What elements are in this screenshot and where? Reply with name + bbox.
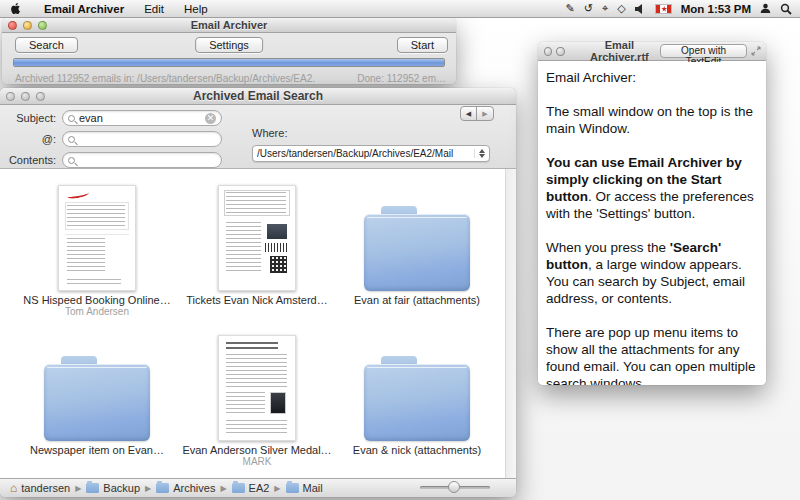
pen-icon[interactable]: ✎	[566, 2, 575, 15]
search-icon	[68, 157, 75, 164]
where-label: Where:	[252, 127, 287, 139]
where-popup[interactable]: /Users/tandersen/Backup/Archives/EA2/Mai…	[252, 145, 490, 162]
folder-icon	[232, 483, 245, 493]
paragraph: The small window on the top is the main …	[546, 103, 758, 137]
paragraph: There are pop up menu items to show all …	[546, 324, 758, 385]
email-address-input[interactable]	[62, 131, 222, 147]
icon-size-slider[interactable]	[420, 486, 490, 489]
folder-icon	[86, 483, 99, 493]
progress-fill	[14, 59, 444, 66]
document-thumbnail	[218, 335, 296, 441]
preview-window: Email Archiver.rtf Open with TextEdit Em…	[538, 42, 766, 385]
fullscreen-icon[interactable]	[751, 46, 761, 56]
window-title: Archived Email Search	[0, 89, 516, 103]
breadcrumb-separator-icon: ▶	[145, 484, 151, 493]
done-count-text: Done: 112952 em…	[357, 73, 446, 84]
keyboard-access-icon[interactable]: ⌖	[602, 2, 608, 15]
scrollbar[interactable]	[505, 169, 516, 478]
breadcrumb-label: EA2	[249, 482, 270, 494]
where-value: /Users/tandersen/Backup/Archives/EA2/Mai…	[257, 148, 474, 159]
thumbnail-box	[337, 329, 497, 441]
search-icon	[68, 136, 75, 143]
fast-user-switching-icon[interactable]	[760, 3, 771, 14]
paragraph: You can use Email Archiver by simply cli…	[546, 154, 758, 222]
breadcrumb-item-tandersen[interactable]: ⌂tandersen	[10, 482, 70, 494]
subject-label: Subject:	[4, 112, 56, 124]
breadcrumb-item-ea2[interactable]: EA2	[232, 482, 270, 494]
file-label: Tickets Evan Nick Amsterd…	[186, 294, 327, 306]
document-text: Email Archiver:The small window on the t…	[538, 62, 766, 385]
document-thumbnail	[218, 185, 296, 291]
thumbnail-box	[177, 179, 337, 291]
menu-edit[interactable]: Edit	[134, 3, 174, 15]
time-machine-icon[interactable]: ↺	[584, 2, 593, 15]
search-icon	[68, 115, 75, 122]
breadcrumb-separator-icon: ▶	[274, 484, 280, 493]
spotlight-icon[interactable]	[780, 3, 792, 15]
breadcrumb-separator-icon: ▶	[75, 484, 81, 493]
breadcrumb: ⌂tandersen▶Backup▶Archives▶EA2▶Mail	[10, 482, 323, 494]
preview-titlebar[interactable]: Email Archiver.rtf Open with TextEdit	[538, 42, 766, 61]
thumbnail-box	[17, 329, 177, 441]
subject-value: evan	[79, 112, 205, 124]
history-nav: ◀ ▶	[460, 106, 494, 121]
search-form: ◀ ▶ Subject: evan ✕ @: Contents:	[0, 105, 516, 169]
thumbnail-box	[17, 179, 177, 291]
close-button[interactable]	[544, 47, 552, 56]
breadcrumb-label: Archives	[173, 482, 215, 494]
breadcrumb-item-archives[interactable]: Archives	[156, 482, 215, 494]
action-button[interactable]	[556, 47, 564, 56]
popup-arrows-icon	[474, 149, 485, 158]
file-item[interactable]: NS Hispeed Booking Online…Tom Andersen	[17, 179, 177, 329]
subject-input[interactable]: evan ✕	[62, 110, 222, 126]
file-sublabel: Tom Andersen	[65, 306, 129, 317]
file-item[interactable]: Evan Anderson Silver Medal…MARK	[177, 329, 337, 479]
file-item[interactable]: Newspaper item on Evan…	[17, 329, 177, 479]
canada-flag-icon[interactable]	[655, 4, 672, 14]
start-button[interactable]: Start	[397, 37, 448, 53]
archived-email-search-window: Archived Email Search ◀ ▶ Subject: evan …	[0, 88, 516, 497]
file-item[interactable]: Tickets Evan Nick Amsterd…	[177, 179, 337, 329]
thumbnail-box	[337, 179, 497, 291]
path-bar: ⌂tandersen▶Backup▶Archives▶EA2▶Mail	[0, 478, 516, 497]
paragraph: Email Archiver:	[546, 69, 758, 86]
at-label: @:	[4, 133, 56, 145]
breadcrumb-label: Backup	[103, 482, 140, 494]
file-label: NS Hispeed Booking Online…	[23, 294, 170, 306]
file-label: Newspaper item on Evan…	[30, 444, 164, 456]
menu-clock[interactable]: Mon 1:53 PM	[681, 3, 751, 15]
search-window-titlebar[interactable]: Archived Email Search	[0, 88, 516, 105]
file-label: Evan Anderson Silver Medal…	[182, 444, 331, 456]
menu-help[interactable]: Help	[174, 3, 218, 15]
breadcrumb-item-backup[interactable]: Backup	[86, 482, 140, 494]
window-title: Email Archiver.rtf	[579, 39, 661, 63]
folder-icon	[156, 483, 169, 493]
slider-knob[interactable]	[448, 481, 460, 493]
breadcrumb-separator-icon: ▶	[220, 484, 226, 493]
archiver-titlebar[interactable]: Email Archiver	[2, 18, 456, 33]
breadcrumb-label: tandersen	[21, 482, 70, 494]
contents-input[interactable]	[62, 152, 222, 168]
breadcrumb-label: Mail	[303, 482, 323, 494]
file-sublabel: MARK	[243, 456, 272, 467]
settings-button[interactable]: Settings	[195, 37, 263, 53]
back-button[interactable]: ◀	[461, 107, 477, 120]
folder-icon	[286, 483, 299, 493]
clear-icon[interactable]: ✕	[205, 113, 216, 124]
spaces-icon[interactable]: ◇	[617, 2, 625, 15]
open-with-textedit-button[interactable]: Open with TextEdit	[660, 44, 747, 58]
file-item[interactable]: Evan at fair (attachments)	[337, 179, 497, 329]
breadcrumb-item-mail[interactable]: Mail	[286, 482, 323, 494]
file-item[interactable]: Evan & nick (attachments)	[337, 329, 497, 479]
volume-icon[interactable]	[635, 4, 646, 14]
file-label: Evan at fair (attachments)	[354, 294, 480, 306]
forward-button[interactable]: ▶	[477, 107, 493, 120]
folder-icon	[364, 353, 470, 441]
apple-menu-icon[interactable]	[10, 2, 22, 15]
progress-bar	[13, 58, 445, 67]
search-button[interactable]: Search	[15, 37, 78, 53]
maple-leaf-icon	[661, 6, 667, 12]
email-archiver-window: Email Archiver Search Settings Start Arc…	[2, 18, 456, 84]
folder-icon	[44, 353, 150, 441]
menu-email-archiver[interactable]: Email Archiver	[34, 3, 134, 15]
